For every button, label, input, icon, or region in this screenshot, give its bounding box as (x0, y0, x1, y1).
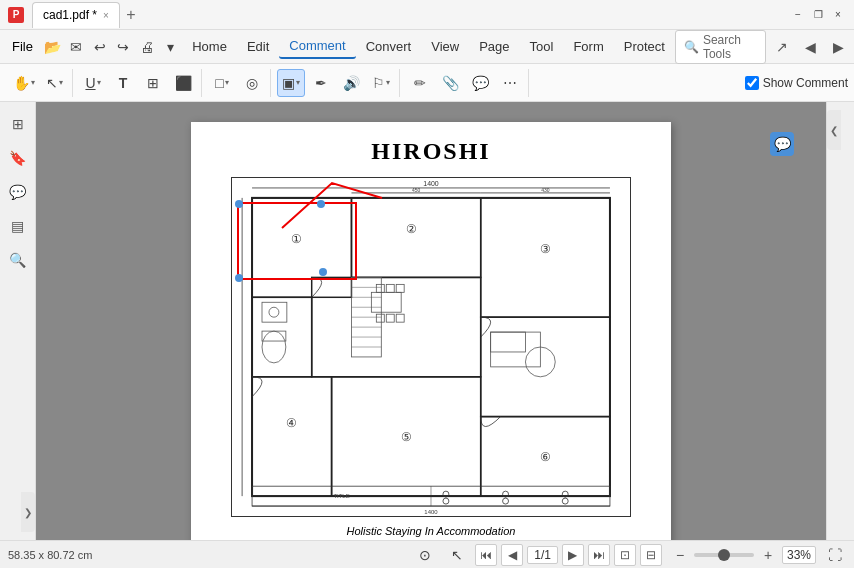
highlight-tool-btn[interactable]: ▣ ▾ (277, 69, 305, 97)
content-area: HIROSHI (36, 102, 826, 540)
left-collapse-btn[interactable]: ❯ (21, 492, 35, 532)
back-btn[interactable]: ◀ (798, 35, 822, 59)
select-mode-btn[interactable]: ↖ (443, 541, 471, 569)
highlight-icon: ▣ (282, 75, 295, 91)
cursor-mode-btn[interactable]: ⊙ (411, 541, 439, 569)
more-tool-btn[interactable]: ⚐ ▾ (367, 69, 395, 97)
extra-tool-btn[interactable]: ⋯ (496, 69, 524, 97)
tool-group-text: U ▾ T ⊞ ⬛ (75, 69, 202, 97)
tool-group-attach: ✏ 📎 💬 ⋯ (402, 69, 529, 97)
bookmark-btn[interactable]: 🔖 (4, 144, 32, 172)
restore-btn[interactable]: ❐ (810, 7, 826, 23)
underline-icon: U (85, 75, 95, 91)
search-tools-label: Search Tools (703, 33, 757, 61)
callout-tool-btn[interactable]: ⬛ (169, 69, 197, 97)
textbox-icon: ⊞ (147, 75, 159, 91)
svg-point-51 (443, 498, 449, 504)
svg-rect-0 (252, 198, 610, 496)
nav-prev-btn[interactable]: ◀ (501, 544, 523, 566)
svg-rect-4 (252, 297, 312, 377)
menu-home[interactable]: Home (182, 35, 237, 58)
svg-point-55 (562, 498, 568, 504)
share-btn[interactable]: ↗ (770, 35, 794, 59)
zoom-slider[interactable] (694, 553, 754, 557)
thumbnail-btn[interactable]: ⊞ (4, 110, 32, 138)
menu-page[interactable]: Page (469, 35, 519, 58)
svg-rect-23 (371, 292, 401, 312)
redo-btn[interactable]: ↪ (112, 33, 136, 61)
svg-rect-25 (386, 284, 394, 292)
chevron-down-icon: ▾ (31, 78, 35, 87)
shape-tool-btn[interactable]: □ ▾ (208, 69, 236, 97)
tool-group-main: ✋ ▾ ↖ ▾ (6, 69, 73, 97)
pencil-icon: ✏ (414, 75, 426, 91)
menu-protect[interactable]: Protect (614, 35, 675, 58)
print-btn[interactable]: 🖨 (135, 33, 159, 61)
floor-plan: 1400 450 430 ① ② ③ ④ ⑤ ⑥ (231, 177, 631, 517)
svg-rect-41 (262, 302, 287, 322)
textbox-tool-btn[interactable]: ⊞ (139, 69, 167, 97)
zoom-in-btn[interactable]: + (758, 545, 778, 565)
nav-controls: ⊙ ↖ ⏮ ◀ 1/1 ▶ ⏭ ⊡ ⊟ (411, 541, 662, 569)
more-icon: ⚐ (372, 75, 385, 91)
floating-comment-btn[interactable]: 💬 (770, 132, 794, 156)
signature-tool-btn[interactable]: ✒ (307, 69, 335, 97)
right-collapse-btn[interactable]: ❮ (827, 110, 841, 150)
search-side-btn[interactable]: 🔍 (4, 246, 32, 274)
layers-btn[interactable]: ▤ (4, 212, 32, 240)
menu-edit[interactable]: Edit (237, 35, 279, 58)
fit-page-btn[interactable]: ⊟ (640, 544, 662, 566)
zoom-percent[interactable]: 33% (782, 546, 816, 564)
undo-btn[interactable]: ↩ (88, 33, 112, 61)
nav-first-btn[interactable]: ⏮ (475, 544, 497, 566)
tab-close-btn[interactable]: × (103, 10, 109, 21)
dropdown-btn[interactable]: ▾ (159, 33, 183, 61)
stamp-tool-btn[interactable]: ◎ (238, 69, 266, 97)
search-tools-box[interactable]: 🔍 Search Tools (675, 30, 766, 64)
text-icon: T (119, 75, 128, 91)
window-controls: − ❐ × (790, 7, 846, 23)
fit-width-btn[interactable]: ⊡ (614, 544, 636, 566)
svg-rect-24 (376, 284, 384, 292)
new-tab-btn[interactable]: + (120, 4, 142, 26)
audio-tool-btn[interactable]: 🔊 (337, 69, 365, 97)
nav-last-btn[interactable]: ⏭ (588, 544, 610, 566)
fullscreen-btn[interactable]: ⛶ (824, 544, 846, 566)
left-sidebar: ⊞ 🔖 💬 ▤ 🔍 ❯ (0, 102, 36, 540)
comment-panel-btn[interactable]: 💬 (4, 178, 32, 206)
close-btn[interactable]: × (830, 7, 846, 23)
svg-point-42 (269, 307, 279, 317)
main-layout: ⊞ 🔖 💬 ▤ 🔍 ❯ HIROSHI (0, 102, 854, 540)
app-icon: P (8, 7, 24, 23)
comment-panel-toggle[interactable]: 💬 (466, 69, 494, 97)
email-btn[interactable]: ✉ (65, 33, 89, 61)
forward-btn[interactable]: ▶ (826, 35, 850, 59)
menubar: File 📂 ✉ ↩ ↪ 🖨 ▾ Home Edit Comment Conve… (0, 30, 854, 64)
comment-panel-icon: 💬 (472, 75, 489, 91)
tab-cad1[interactable]: cad1.pdf * × (32, 2, 120, 28)
hand-tool-btn[interactable]: ✋ ▾ (10, 69, 38, 97)
text-tool-btn[interactable]: T (109, 69, 137, 97)
minimize-btn[interactable]: − (790, 7, 806, 23)
chevron-down-icon4: ▾ (225, 78, 229, 87)
underline-tool-btn[interactable]: U ▾ (79, 69, 107, 97)
menu-comment[interactable]: Comment (279, 34, 355, 59)
menu-view[interactable]: View (421, 35, 469, 58)
svg-rect-28 (386, 314, 394, 322)
select-tool-btn[interactable]: ↖ ▾ (40, 69, 68, 97)
pencil-tool-btn[interactable]: ✏ (406, 69, 434, 97)
show-comment-label[interactable]: Show Comment (745, 76, 848, 90)
show-comment-checkbox[interactable] (745, 76, 759, 90)
open-btn[interactable]: 📂 (41, 33, 65, 61)
menu-file[interactable]: File (4, 35, 41, 58)
svg-rect-3 (481, 198, 610, 317)
menu-form[interactable]: Form (563, 35, 613, 58)
attach-tool-btn[interactable]: 📎 (436, 69, 464, 97)
nav-next-btn[interactable]: ▶ (562, 544, 584, 566)
menu-convert[interactable]: Convert (356, 35, 422, 58)
menu-tool[interactable]: Tool (520, 35, 564, 58)
page-subtitle: Holistic Staying In Accommodation (347, 525, 516, 537)
svg-text:⑤: ⑤ (401, 430, 412, 444)
zoom-out-btn[interactable]: − (670, 545, 690, 565)
page-inner: HIROSHI (191, 122, 671, 540)
